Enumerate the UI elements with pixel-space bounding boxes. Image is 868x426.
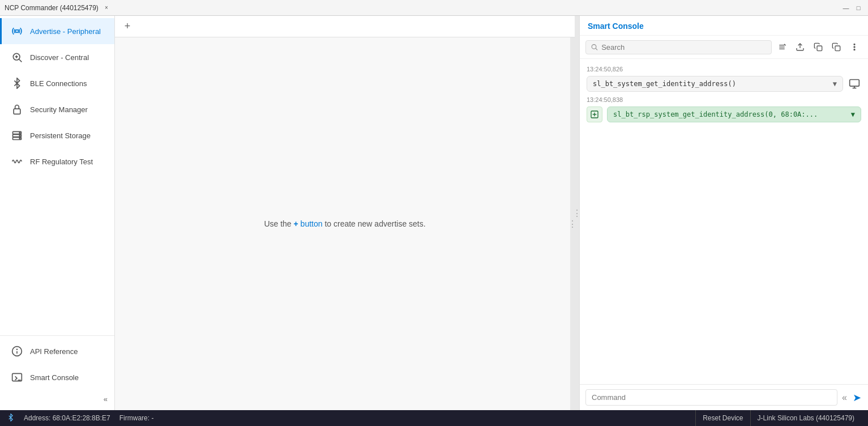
svg-point-17 bbox=[592, 45, 596, 49]
reset-device-button[interactable]: Reset Device bbox=[695, 410, 750, 426]
search-icon bbox=[591, 43, 598, 51]
svg-line-2 bbox=[19, 59, 22, 62]
status-address: Address: 68:0A:E2:28:8B:E7 bbox=[24, 414, 110, 422]
sidebar-item-api-reference[interactable]: API Reference bbox=[0, 338, 114, 364]
svg-point-27 bbox=[854, 44, 855, 45]
panel-divider[interactable] bbox=[575, 16, 579, 410]
console-log: 13:24:50,826 sl_bt_system_get_identity_a… bbox=[580, 59, 868, 384]
search-box[interactable] bbox=[585, 40, 772, 54]
console-header: Smart Console bbox=[580, 16, 868, 36]
svg-point-11 bbox=[19, 138, 20, 139]
console-icon bbox=[11, 371, 23, 384]
sidebar-item-ble-connections[interactable]: BLE Connections bbox=[0, 70, 114, 96]
sidebar-item-security-manager[interactable]: Security Manager bbox=[0, 96, 114, 122]
log-timestamp-1: 13:24:50,826 bbox=[580, 63, 868, 74]
sidebar: Advertise - Peripheral Discover - Centra… bbox=[0, 16, 115, 410]
svg-rect-25 bbox=[835, 46, 840, 51]
log-entry-1: sl_bt_system_get_identity_address() ▼ bbox=[580, 74, 868, 94]
log-response-1: sl_bt_rsp_system_get_identity_address(0,… bbox=[580, 104, 868, 125]
main-content: Use the + button to create new advertise… bbox=[115, 37, 575, 410]
search-input[interactable] bbox=[601, 43, 767, 52]
sidebar-label-advertise: Advertise - Peripheral bbox=[30, 27, 101, 36]
sidebar-label-api: API Reference bbox=[30, 347, 78, 356]
svg-rect-30 bbox=[850, 80, 860, 87]
content-area: + Use the + button to create new adverti… bbox=[115, 16, 575, 410]
sidebar-item-persistent-storage[interactable]: Persistent Storage bbox=[0, 122, 114, 148]
empty-state-message: Use the + button to create new advertise… bbox=[264, 219, 425, 228]
status-firmware: Firmware: - bbox=[119, 414, 154, 422]
sidebar-label-ble: BLE Connections bbox=[30, 79, 87, 88]
status-left: Address: 68:0A:E2:28:8B:E7 Firmware: - bbox=[7, 414, 153, 423]
sidebar-label-console: Smart Console bbox=[30, 373, 79, 382]
app-title: NCP Commander (440125479) bbox=[5, 4, 99, 12]
log-timestamp-2: 13:24:50,838 bbox=[580, 94, 868, 104]
export-button[interactable] bbox=[792, 39, 808, 55]
console-actions bbox=[774, 39, 862, 55]
add-tab-button[interactable]: + bbox=[119, 19, 135, 35]
response-badge-1 bbox=[587, 107, 602, 122]
response-text-1: sl_bt_rsp_system_get_identity_address(0,… bbox=[613, 110, 818, 118]
console-toolbar bbox=[580, 36, 868, 59]
storage-icon bbox=[11, 129, 23, 142]
bluetooth-status-icon bbox=[7, 414, 15, 423]
info-icon bbox=[11, 345, 23, 357]
copy-all-button[interactable] bbox=[828, 39, 844, 55]
title-bar: NCP Commander (440125479) × — □ bbox=[0, 0, 868, 16]
lock-icon bbox=[11, 103, 23, 116]
minimize-button[interactable]: — bbox=[841, 3, 851, 13]
tab-bar: + bbox=[115, 16, 575, 37]
svg-rect-24 bbox=[817, 46, 822, 51]
resize-handle[interactable] bbox=[570, 37, 575, 410]
close-tab-button[interactable]: × bbox=[102, 3, 111, 12]
command-dropdown-1[interactable]: ▼ bbox=[833, 80, 837, 88]
discover-icon bbox=[11, 51, 23, 63]
sidebar-item-discover-central[interactable]: Discover - Central bbox=[0, 44, 114, 70]
wave-icon bbox=[11, 155, 23, 168]
svg-rect-5 bbox=[14, 109, 20, 114]
jlink-info[interactable]: J-Link Silicon Labs (440125479) bbox=[750, 410, 861, 426]
more-options-button[interactable] bbox=[846, 39, 862, 55]
plus-reference: + bbox=[294, 219, 301, 228]
clear-log-button[interactable] bbox=[774, 39, 790, 55]
sidebar-nav: Advertise - Peripheral Discover - Centra… bbox=[0, 16, 114, 335]
send-button[interactable]: ➤ bbox=[852, 390, 862, 405]
svg-point-9 bbox=[19, 133, 20, 134]
svg-point-28 bbox=[854, 46, 855, 48]
copy-button[interactable] bbox=[810, 39, 826, 55]
smart-console-panel: Smart Console bbox=[579, 16, 868, 410]
button-reference: button bbox=[301, 219, 325, 228]
console-title: Smart Console bbox=[588, 22, 644, 31]
sidebar-item-advertise-peripheral[interactable]: Advertise - Peripheral bbox=[0, 18, 114, 44]
maximize-button[interactable]: □ bbox=[853, 3, 863, 13]
console-input-area: « ➤ bbox=[580, 384, 868, 410]
svg-point-0 bbox=[16, 30, 19, 33]
log-response-content-1[interactable]: sl_bt_rsp_system_get_identity_address(0,… bbox=[607, 107, 861, 122]
sidebar-label-discover: Discover - Central bbox=[30, 53, 89, 62]
sidebar-collapse-button[interactable]: « bbox=[0, 390, 114, 408]
svg-line-18 bbox=[596, 48, 597, 50]
sidebar-item-smart-console[interactable]: Smart Console bbox=[0, 364, 114, 390]
status-bar: Address: 68:0A:E2:28:8B:E7 Firmware: - R… bbox=[0, 410, 868, 426]
svg-point-10 bbox=[19, 135, 20, 137]
sidebar-label-storage: Persistent Storage bbox=[30, 131, 91, 140]
command-text-1: sl_bt_system_get_identity_address() bbox=[593, 80, 736, 88]
status-right: Reset Device J-Link Silicon Labs (440125… bbox=[695, 410, 861, 426]
response-dropdown-1[interactable]: ▼ bbox=[851, 110, 855, 118]
sidebar-label-security: Security Manager bbox=[30, 105, 88, 114]
command-input[interactable] bbox=[585, 389, 837, 406]
broadcast-icon bbox=[11, 25, 23, 37]
sidebar-item-rf-regulatory[interactable]: RF Regulatory Test bbox=[0, 148, 114, 174]
monitor-icon-1 bbox=[848, 77, 861, 91]
bluetooth-icon bbox=[11, 77, 23, 90]
svg-point-29 bbox=[854, 49, 855, 50]
log-command-1[interactable]: sl_bt_system_get_identity_address() ▼ bbox=[587, 76, 843, 92]
sidebar-label-rf: RF Regulatory Test bbox=[30, 157, 93, 166]
sidebar-bottom: API Reference Smart Console « bbox=[0, 335, 114, 410]
history-button[interactable]: « bbox=[841, 391, 848, 404]
